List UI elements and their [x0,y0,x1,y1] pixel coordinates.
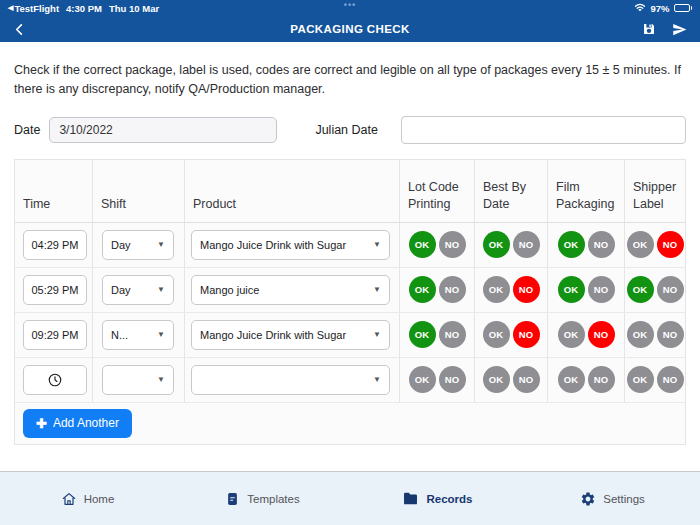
clock-icon [47,372,63,388]
ok-button[interactable]: OK [627,366,654,393]
folder-icon [402,491,419,506]
add-another-button[interactable]: ✚ Add Another [23,409,132,438]
ok-button[interactable]: OK [627,321,654,348]
time-input[interactable]: 04:29 PM [23,230,87,260]
page-title: PACKAGING CHECK [0,23,700,35]
main-content: Check if the correct package, label is u… [0,61,700,445]
back-button[interactable] [12,22,27,37]
no-button[interactable]: NO [513,231,540,258]
no-button[interactable]: NO [439,321,466,348]
table-header-row: Time Shift Product Lot Code Printing Bes… [15,160,685,223]
no-button[interactable]: NO [513,366,540,393]
no-button[interactable]: NO [588,321,615,348]
tab-records-label: Records [426,493,472,505]
ok-button[interactable]: OK [409,366,436,393]
packaging-check-table: Time Shift Product Lot Code Printing Bes… [14,159,686,445]
chevron-down-icon: ▼ [373,285,381,294]
ok-button[interactable]: OK [558,321,585,348]
product-select[interactable]: Mango Juice Drink with Sugar▼ [191,320,390,350]
chevron-down-icon: ▼ [157,330,165,339]
table-row: 04:29 PM Day▼ Mango Juice Drink with Sug… [15,223,685,268]
no-button[interactable]: NO [513,321,540,348]
table-row: ▼ ▼ OKNO OKNO OKNO OKNO [15,358,685,403]
tab-records[interactable]: Records [350,491,525,506]
best-by-toggle: OKNO [483,366,540,393]
home-icon [61,491,77,507]
no-button[interactable]: NO [657,231,684,258]
col-header-lot-code: Lot Code Printing [400,160,475,222]
no-button[interactable]: NO [588,231,615,258]
battery-icon [674,4,693,12]
no-button[interactable]: NO [439,276,466,303]
time-input[interactable]: 05:29 PM [23,275,87,305]
ok-button[interactable]: OK [483,276,510,303]
ok-button[interactable]: OK [558,276,585,303]
save-button[interactable] [642,22,656,36]
no-button[interactable]: NO [657,366,684,393]
no-button[interactable]: NO [513,276,540,303]
ok-button[interactable]: OK [409,231,436,258]
ok-button[interactable]: OK [483,321,510,348]
tab-settings-label: Settings [603,493,645,505]
ok-button[interactable]: OK [483,231,510,258]
no-button[interactable]: NO [588,366,615,393]
chevron-down-icon: ▼ [373,240,381,249]
wifi-icon [634,3,646,14]
multitask-dots-icon: ••• [344,0,356,10]
back-to-app-icon: ◀ [8,4,13,12]
no-button[interactable]: NO [657,276,684,303]
shift-value: Day [111,284,131,296]
ok-button[interactable]: OK [558,231,585,258]
shift-value: Day [111,239,131,251]
no-button[interactable]: NO [439,366,466,393]
chevron-down-icon: ▼ [157,285,165,294]
return-app-label: TestFlight [14,3,59,14]
col-header-shift: Shift [93,160,185,222]
film-toggle: OKNO [558,366,615,393]
best-by-toggle: OKNO [483,231,540,258]
time-value: 05:29 PM [31,284,78,296]
top-bar: ◀ TestFlight 4:30 PM Thu 10 Mar ••• 97% [0,0,700,42]
tab-home[interactable]: Home [0,491,175,507]
time-input[interactable] [23,365,87,395]
product-value: Mango Juice Drink with Sugar [200,239,346,251]
shipper-toggle: OKNO [627,321,684,348]
tab-templates[interactable]: Templates [175,491,350,507]
tab-settings[interactable]: Settings [525,491,700,507]
nav-bar: PACKAGING CHECK [0,16,700,42]
product-select[interactable]: Mango Juice Drink with Sugar▼ [191,230,390,260]
shift-select[interactable]: Day▼ [102,275,174,305]
shift-select[interactable]: N...▼ [102,320,174,350]
chevron-down-icon: ▼ [157,240,165,249]
add-another-label: Add Another [53,416,119,430]
tab-templates-label: Templates [247,493,299,505]
film-toggle: OKNO [558,321,615,348]
julian-date-field[interactable] [401,116,686,144]
no-button[interactable]: NO [439,231,466,258]
film-toggle: OKNO [558,276,615,303]
ok-button[interactable]: OK [627,276,654,303]
product-select[interactable]: ▼ [191,365,390,395]
julian-date-label: Julian Date [315,123,378,137]
shift-select[interactable]: ▼ [102,365,174,395]
lot-code-toggle: OKNO [409,321,466,348]
lot-code-toggle: OKNO [409,231,466,258]
product-select[interactable]: Mango juice▼ [191,275,390,305]
best-by-toggle: OKNO [483,276,540,303]
table-footer: ✚ Add Another [15,403,685,444]
ok-button[interactable]: OK [483,366,510,393]
return-to-app[interactable]: ◀ TestFlight [8,3,59,14]
ok-button[interactable]: OK [409,321,436,348]
no-button[interactable]: NO [588,276,615,303]
no-button[interactable]: NO [657,321,684,348]
plus-icon: ✚ [36,416,47,431]
battery-percent: 97% [650,3,669,14]
date-form-row: Date 3/10/2022 Julian Date [14,116,686,144]
shift-select[interactable]: Day▼ [102,230,174,260]
send-button[interactable] [671,22,688,37]
ok-button[interactable]: OK [409,276,436,303]
time-input[interactable]: 09:29 PM [23,320,87,350]
ok-button[interactable]: OK [558,366,585,393]
ok-button[interactable]: OK [627,231,654,258]
date-field[interactable]: 3/10/2022 [49,117,277,143]
